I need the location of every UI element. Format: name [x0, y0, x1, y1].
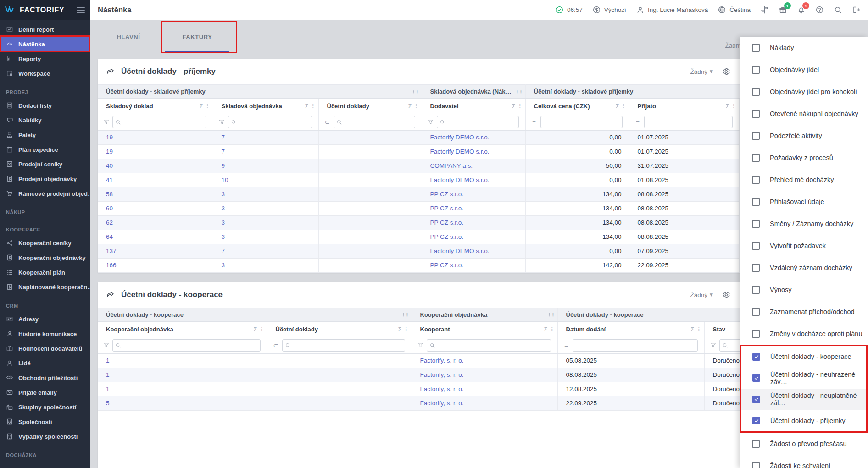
cell-link[interactable]: 7: [213, 244, 318, 258]
cell-link[interactable]: PP CZ s.r.o.: [422, 230, 525, 244]
widget-preset-dropdown[interactable]: Žádný▼: [690, 68, 713, 75]
column-menu-icon[interactable]: ⋮: [259, 326, 264, 332]
column-menu-icon[interactable]: ⋮: [550, 326, 555, 332]
open-widget-icon[interactable]: [106, 290, 115, 300]
widget-option[interactable]: Žádosti ke schválení: [740, 455, 868, 468]
checkbox[interactable]: [752, 44, 760, 52]
group-drag-handle-icon[interactable]: ⋮⋮: [547, 312, 555, 317]
checkbox[interactable]: [752, 220, 760, 228]
sum-icon[interactable]: Σ: [305, 103, 308, 110]
cell-link[interactable]: 3: [213, 187, 318, 201]
sum-icon[interactable]: Σ: [512, 103, 515, 110]
cell-link[interactable]: 60: [98, 202, 213, 215]
sidebar-item[interactable]: Přijaté emaily: [0, 385, 90, 400]
checkbox[interactable]: [752, 66, 760, 74]
widget-option[interactable]: Přehled mé docházky: [740, 169, 868, 191]
hamburger-menu-icon[interactable]: [77, 7, 85, 13]
widget-settings-icon[interactable]: [722, 291, 730, 299]
cell-link[interactable]: 7: [213, 131, 318, 144]
column-menu-icon[interactable]: ⋮: [404, 326, 409, 332]
language-switcher[interactable]: Čeština: [718, 6, 751, 14]
column-menu-icon[interactable]: ⋮: [311, 103, 316, 109]
widget-option[interactable]: Účetní doklady - neuhrazené záv…: [741, 368, 866, 389]
filter-funnel-icon[interactable]: [709, 342, 717, 349]
cell-link[interactable]: 7: [213, 145, 318, 159]
checkbox[interactable]: [752, 88, 760, 96]
widget-option[interactable]: Změny v docházce oproti plánu: [740, 323, 868, 345]
column-header[interactable]: Celková cena (CZK)Σ⋮: [525, 99, 629, 114]
checkbox[interactable]: [752, 353, 760, 361]
column-header[interactable]: Kooperační objednávkaΣ⋮: [98, 322, 267, 337]
sidebar-item[interactable]: Výpadky společnosti: [0, 429, 90, 444]
checkbox[interactable]: [752, 462, 760, 468]
checkbox[interactable]: [752, 396, 760, 403]
column-menu-icon[interactable]: ⋮: [414, 103, 419, 109]
checkbox[interactable]: [752, 330, 760, 338]
cell-link[interactable]: 64: [98, 230, 213, 244]
cell-link[interactable]: 9: [213, 159, 318, 173]
cell-link[interactable]: COMPANY a.s.: [422, 159, 525, 173]
sidebar-item[interactable]: Hodnocení dodavatelů: [0, 341, 90, 356]
sidebar-logo[interactable]: FACTORIFY: [0, 0, 90, 20]
notifications-button[interactable]: 1: [797, 6, 806, 14]
filter-funnel-icon[interactable]: [218, 119, 226, 126]
sidebar-item[interactable]: Prodejní ceníky: [0, 157, 90, 171]
cell-link[interactable]: 3: [213, 259, 318, 272]
filter-funnel-icon[interactable]: [102, 342, 110, 349]
cell-link[interactable]: PP CZ s.r.o.: [422, 187, 525, 201]
widget-option[interactable]: Účetní doklady - příjemky: [741, 410, 866, 432]
cell-link[interactable]: Factorify DEMO s.r.o.: [422, 131, 525, 144]
filter-equals-icon[interactable]: =: [634, 119, 642, 126]
cell-link[interactable]: 5: [98, 396, 267, 410]
search-icon[interactable]: [834, 6, 842, 14]
help-icon[interactable]: [815, 6, 824, 14]
checkbox[interactable]: [752, 176, 760, 184]
sum-icon[interactable]: Σ: [725, 103, 729, 110]
filter-input[interactable]: [427, 339, 551, 352]
filter-input[interactable]: [228, 116, 312, 128]
sum-icon[interactable]: Σ: [253, 326, 257, 333]
filter-input[interactable]: [540, 116, 623, 128]
cell-link[interactable]: PP CZ s.r.o.: [422, 259, 525, 272]
widget-option[interactable]: Objednávky jídel: [740, 59, 868, 81]
column-menu-icon[interactable]: ⋮: [696, 326, 701, 332]
cell-link[interactable]: 137: [98, 244, 213, 258]
cell-link[interactable]: Factorify DEMO s.r.o.: [422, 145, 525, 159]
sidebar-item[interactable]: Adresy: [0, 312, 90, 326]
whats-new-button[interactable]: 1: [779, 6, 787, 14]
filter-input[interactable]: [437, 116, 519, 128]
widget-option[interactable]: Zaznamenat příchod/odchod: [740, 301, 868, 323]
cell-link[interactable]: 1: [98, 368, 267, 382]
filter-funnel-icon[interactable]: [102, 119, 110, 126]
filter-funnel-icon[interactable]: [417, 342, 424, 349]
logout-icon[interactable]: [852, 6, 861, 14]
cell-link[interactable]: 166: [98, 259, 213, 272]
cell-link[interactable]: 41: [98, 173, 213, 187]
sum-icon[interactable]: Σ: [199, 103, 203, 110]
widget-option[interactable]: Účetní doklady - kooperace: [741, 346, 866, 368]
cell-link[interactable]: 1: [98, 354, 267, 368]
checkbox[interactable]: [752, 198, 760, 206]
column-header[interactable]: DodavatelΣ⋮: [422, 99, 525, 114]
guide-signpost-icon[interactable]: [760, 6, 769, 14]
sidebar-item[interactable]: Kooperační plán: [0, 265, 90, 280]
cell-link[interactable]: 62: [98, 216, 213, 230]
sidebar-item[interactable]: Plán expedice: [0, 142, 90, 157]
tab-hlavni[interactable]: HLAVNÍ: [94, 20, 163, 54]
cell-link[interactable]: 3: [213, 202, 318, 215]
checkbox[interactable]: [752, 417, 760, 424]
widget-preset-dropdown[interactable]: Žádný▼: [690, 292, 713, 298]
widget-option[interactable]: Otevřené nákupní objednávky: [740, 103, 868, 125]
cell-link[interactable]: 10: [213, 173, 318, 187]
column-header[interactable]: Účetní dokladyΣ⋮: [267, 322, 412, 337]
widget-option[interactable]: Žádost o převod přesčasu: [740, 433, 868, 455]
sidebar-item[interactable]: Kooperační ceníky: [0, 236, 90, 250]
sidebar-item[interactable]: Nástěnka: [0, 37, 90, 51]
cell-link[interactable]: Factorify DEMO s.r.o.: [422, 244, 525, 258]
cell-link[interactable]: 3: [213, 216, 318, 230]
column-menu-icon[interactable]: ⋮: [517, 103, 523, 109]
sidebar-item[interactable]: Nabídky: [0, 113, 90, 127]
cell-link[interactable]: PP CZ s.r.o.: [422, 216, 525, 230]
cell-link[interactable]: 40: [98, 159, 213, 173]
checkbox[interactable]: [752, 440, 760, 448]
